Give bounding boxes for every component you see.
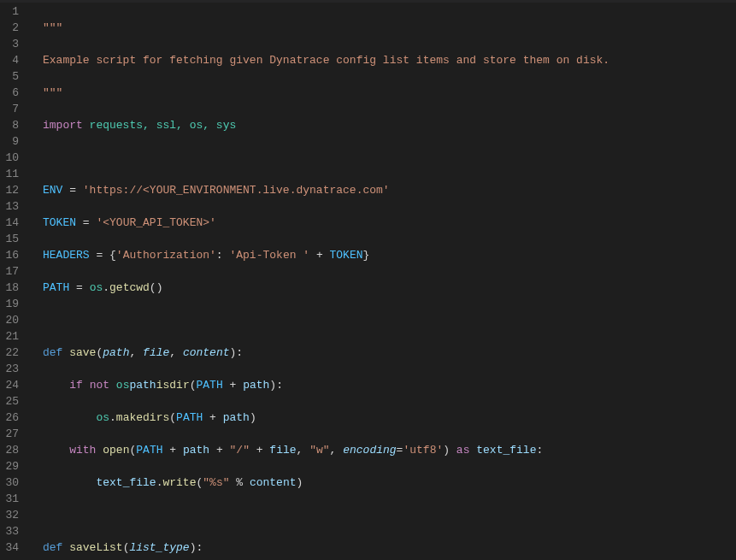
code-line[interactable]: HEADERS = {'Authorization': 'Api-Token '… xyxy=(43,247,730,263)
code-line[interactable]: if not ospathisdir(PATH + path): xyxy=(43,377,730,393)
line-number: 14 xyxy=(0,215,22,231)
line-number: 12 xyxy=(0,182,22,198)
line-number: 13 xyxy=(0,198,22,215)
line-number: 3 xyxy=(0,36,22,52)
code-line[interactable]: def saveList(list_type): xyxy=(43,539,730,556)
line-number: 26 xyxy=(0,410,22,426)
code-line[interactable]: ENV = 'https://<YOUR_ENVIRONMENT.live.dy… xyxy=(43,182,730,198)
line-number: 29 xyxy=(0,458,22,475)
line-number: 17 xyxy=(0,263,22,280)
line-number: 34 xyxy=(0,539,22,556)
line-number: 8 xyxy=(0,117,22,133)
line-number: 32 xyxy=(0,507,22,523)
line-number: 27 xyxy=(0,426,22,442)
code-line[interactable] xyxy=(43,312,730,328)
line-number: 11 xyxy=(0,166,22,182)
line-number: 16 xyxy=(0,247,22,263)
code-line[interactable]: PATH = os.getcwd() xyxy=(43,280,730,296)
code-line[interactable] xyxy=(43,507,730,523)
line-number: 18 xyxy=(0,280,22,296)
line-number: 9 xyxy=(0,133,22,150)
line-number: 5 xyxy=(0,68,22,85)
code-editor[interactable]: 1 2 3 4 5 6 7 8 9 10 11 12 13 14 15 16 1… xyxy=(0,3,736,560)
code-line[interactable] xyxy=(43,150,730,166)
code-line[interactable]: """ xyxy=(43,85,730,101)
line-number: 30 xyxy=(0,475,22,491)
code-line[interactable]: text_file.write("%s" % content) xyxy=(43,475,730,491)
code-content[interactable]: """ Example script for fetching given Dy… xyxy=(34,3,730,560)
line-number: 7 xyxy=(0,101,22,117)
code-line[interactable]: Example script for fetching given Dynatr… xyxy=(43,52,730,68)
code-line[interactable]: """ xyxy=(43,20,730,36)
line-number: 31 xyxy=(0,491,22,507)
code-line[interactable]: def save(path, file, content): xyxy=(43,345,730,361)
line-number: 28 xyxy=(0,442,22,458)
code-line[interactable]: TOKEN = '<YOUR_API_TOKEN>' xyxy=(43,215,730,231)
line-number: 22 xyxy=(0,345,22,361)
line-number: 21 xyxy=(0,328,22,345)
line-number: 1 xyxy=(0,3,22,20)
line-number: 19 xyxy=(0,296,22,312)
line-number: 20 xyxy=(0,312,22,328)
line-number: 33 xyxy=(0,523,22,539)
line-number: 23 xyxy=(0,361,22,377)
line-number: 10 xyxy=(0,150,22,166)
line-number: 25 xyxy=(0,393,22,410)
code-line[interactable]: with open(PATH + path + "/" + file, "w",… xyxy=(43,442,730,458)
code-line[interactable]: os.makedirs(PATH + path) xyxy=(43,410,730,426)
line-number: 4 xyxy=(0,52,22,68)
line-number: 6 xyxy=(0,85,22,101)
line-number-gutter: 1 2 3 4 5 6 7 8 9 10 11 12 13 14 15 16 1… xyxy=(0,3,34,560)
line-number: 2 xyxy=(0,20,22,36)
line-number: 24 xyxy=(0,377,22,393)
code-line[interactable]: import requests, ssl, os, sys xyxy=(43,117,730,133)
line-number: 15 xyxy=(0,231,22,247)
